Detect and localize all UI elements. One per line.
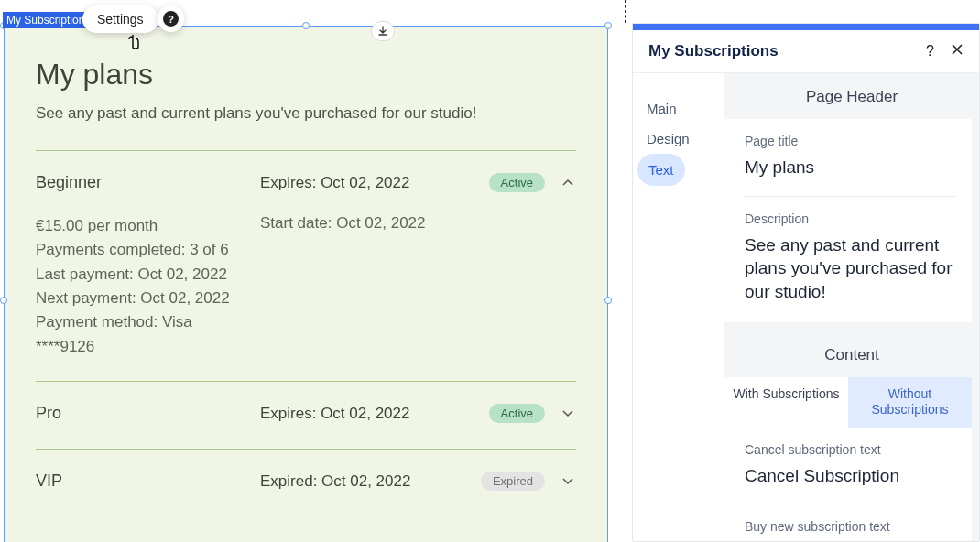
segment-without-subscriptions[interactable]: Without Subscriptions [848,377,972,428]
plan-expires: Expires: Oct 02, 2022 [260,405,489,423]
section-heading-content: Content [724,331,979,377]
page-title: My plans [36,58,576,92]
panel-help-button[interactable]: ? [926,43,934,60]
panel-form: Page Header Page title My plans Descript… [724,73,979,541]
editor-canvas: My Subscriptions Settings ? My plans See… [0,0,625,542]
plan-price: €15.00 per month [36,214,260,238]
field-label-page-title: Page title [745,134,955,148]
plan-item-pro: Pro Expires: Oct 02, 2022 Active [36,382,576,445]
chevron-down-icon[interactable] [561,406,576,422]
plan-row[interactable]: Beginner Expires: Oct 02, 2022 Active [36,173,576,192]
plan-row[interactable]: Pro Expires: Oct 02, 2022 Active [36,404,576,423]
plan-name: VIP [36,472,260,491]
plan-item-vip: VIP Expired: Oct 02, 2022 Expired [36,450,576,513]
status-badge: Active [489,173,545,192]
widget-selection-frame[interactable]: My plans See any past and current plans … [4,26,608,542]
plan-last-payment: Last payment: Oct 02, 2022 [36,263,260,287]
chevron-up-icon[interactable] [561,175,576,191]
question-icon: ? [163,11,179,27]
page-description: See any past and current plans you've pu… [36,104,576,123]
status-badge: Active [489,404,545,423]
plan-payments: Payments completed: 3 of 6 [36,238,260,262]
panel-title: My Subscriptions [648,42,779,60]
plan-next-payment: Next payment: Oct 02, 2022 [36,287,260,310]
panel-tabs: Main Design Text [633,73,724,541]
description-input[interactable]: See any past and current plans you've pu… [745,233,955,304]
plan-payment-method-mask: ****9126 [36,335,260,359]
status-badge: Expired [481,472,545,491]
plan-expires: Expires: Oct 02, 2022 [260,174,489,192]
chevron-down-icon[interactable] [561,473,576,490]
plan-name: Pro [36,404,260,423]
settings-panel: My Subscriptions ? Main Design Text Page… [632,23,980,542]
section-heading-page-header: Page Header [724,73,979,119]
tab-design[interactable]: Design [647,124,690,154]
panel-accent-bar [633,24,979,30]
field-label-description: Description [745,211,955,226]
pointer-cursor-icon [128,34,143,50]
tab-text[interactable]: Text [637,154,685,186]
content-card: Cancel subscription text Cancel Subscrip… [724,428,972,541]
plan-expires: Expired: Oct 02, 2022 [260,472,481,491]
plan-payment-method: Payment method: Visa [36,310,260,334]
help-button[interactable]: ? [158,5,184,32]
settings-button[interactable]: Settings [82,5,158,33]
widget-preview: My plans See any past and current plans … [5,27,607,542]
segment-with-subscriptions[interactable]: With Subscriptions [724,377,848,428]
field-label-cancel-text: Cancel subscription text [745,442,955,457]
ruler-guide [625,0,626,23]
content-segmented: With Subscriptions Without Subscriptions [724,377,972,428]
plan-name: Beginner [36,173,260,192]
page-title-input[interactable]: My plans [745,156,955,179]
download-button[interactable] [371,21,395,41]
plan-item-beginner: Beginner Expires: Oct 02, 2022 Active €1… [36,151,576,381]
tab-main[interactable]: Main [647,93,677,124]
panel-close-button[interactable] [951,43,964,60]
field-label-buy-text: Buy new subscription text [745,519,955,534]
cancel-text-input[interactable]: Cancel Subscription [745,464,955,488]
plan-details: €15.00 per month Payments completed: 3 o… [36,214,576,359]
page-header-card: Page title My plans Description See any … [724,119,972,322]
plan-start-date: Start date: Oct 02, 2022 [260,214,576,233]
plan-row[interactable]: VIP Expired: Oct 02, 2022 Expired [36,472,576,491]
panel-header: My Subscriptions ? [633,30,979,73]
